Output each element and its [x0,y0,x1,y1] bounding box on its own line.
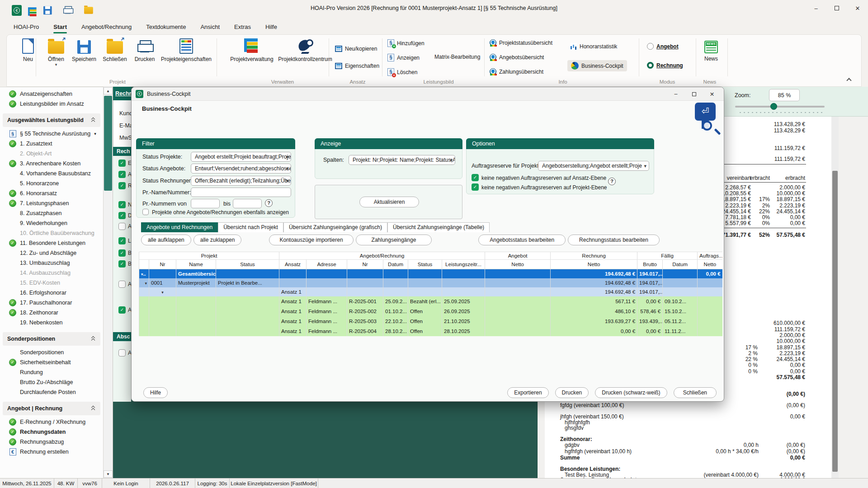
kontoauszuege-importieren-button[interactable]: Kontoauszüge importieren [269,235,353,245]
pr-name-input[interactable] [191,188,291,197]
help-icon[interactable]: ? [265,199,273,207]
projekte-ohne-checkbox[interactable] [142,209,149,215]
tab-textdokumente[interactable]: Textdokumente [141,21,191,34]
hilfe-button[interactable]: Hilfe [143,387,168,398]
table-row-projekt[interactable]: ▾ 0001Musterprojekt Projekt in Bearbe...… [139,278,722,287]
dialog-minimize-icon[interactable]: – [667,87,685,101]
help-icon[interactable]: ? [608,178,616,185]
dialog-close-icon[interactable]: ✕ [703,87,721,101]
checkbox-unchecked-icon[interactable] [118,281,126,288]
sidebar-item[interactable]: 8. Zusatzphasen [0,208,103,218]
neu-kopieren-button[interactable]: Neu/kopieren [335,46,377,52]
tab-angebot-rechnung[interactable]: Angebot/Rechnung [76,21,137,34]
tab-zahlungseingaenge-tabelle[interactable]: Übersicht Zahlungseingänge (Tabelle) [387,222,490,232]
tab-hoai-pro[interactable]: HOAI-Pro [8,21,44,34]
sidebar-item[interactable]: Durchlaufende Posten [0,387,103,397]
eigenschaften-button[interactable]: Eigenschaften [335,63,379,69]
sidebar-item[interactable]: 4. Vorhandene Bausubstanz [0,169,103,178]
sidebar-item[interactable]: ✓3. Anrechenbare Kosten [0,159,103,169]
dialog-maximize-icon[interactable] [685,87,703,101]
sidebar-item[interactable]: 14. Ausbauzuschlag [0,268,103,278]
sidebar-item[interactable]: ✓Sicherheitseinbehalt [0,357,103,367]
status-angebote-dropdown[interactable]: Entwurf;Versendet;ruhend;abgeschlosser [191,164,291,174]
checkbox-checked-icon[interactable]: ✓ [118,171,126,178]
honorarstatistik-button[interactable]: Honorarstatistik [570,43,617,50]
drucken-button[interactable]: Drucken [555,387,589,398]
sidebar-item[interactable]: 2. Objekt-Art [0,149,103,159]
zoom-value[interactable]: 85 % [769,89,800,101]
collapse-ribbon-icon[interactable] [847,77,851,82]
scroll-down-icon[interactable]: ▼ [104,470,113,478]
project-properties-button[interactable]: Projekteigenschaften [158,38,215,76]
exportieren-button[interactable]: Exportieren [507,387,548,398]
collapse-row-icon[interactable]: ▾‥ [141,272,146,277]
sidebar-item[interactable]: 19. Nebenkosten [0,318,103,328]
sidebar-item[interactable]: ✓6. Honorarsatz [0,188,103,198]
checkbox-checked-icon[interactable]: ✓ [118,182,126,189]
status-rechnungen-dropdown[interactable]: Offen;Bezahlt (erledigt);Teilzahlung;Übe… [191,176,291,186]
background-tab-rechnungsdaten[interactable]: Rechnun [113,87,131,100]
zoom-slider-thumb[interactable] [770,103,777,110]
sidebar-item[interactable]: ✓1. Zusatztext [0,139,103,149]
checkbox-unchecked-icon[interactable] [118,349,126,357]
sidebar-item[interactable]: €Rechnung erstellen [0,447,103,457]
scrollbar-thumb[interactable] [104,96,112,191]
projektstatusuebersicht-button[interactable]: Projektstatusübersicht [490,39,552,46]
tab-uebersicht-projekt[interactable]: Übersicht nach Projekt [218,222,283,232]
tab-angebote-rechnungen[interactable]: Angebote und Rechnungen [141,222,218,232]
checkbox-checked-icon[interactable]: ✓ [118,260,126,267]
table-row-rechnung[interactable]: Ansatz 1Feldmann ... R-2025-00201.10.2..… [139,306,722,316]
tab-zahlungseingaenge-grafisch[interactable]: Übersicht Zahlungseingänge (grafisch) [283,222,387,232]
sidebar-section-angebot-rechnung[interactable]: Angebot | Rechnung [3,402,100,415]
alle-zuklappen-button[interactable]: alle zuklappen [193,235,242,245]
news-button[interactable]: News [698,38,725,76]
hinzufuegen-button[interactable]: §+ Hinzufügen [387,39,425,47]
sidebar-section-sonderpositionen[interactable]: Sonderpositionen [3,332,100,346]
table-row-ansatz[interactable]: ▾ Ansatz 1 194.692,48 € 194.017,... [139,287,722,296]
close-button[interactable]: ✕ [847,0,868,16]
sidebar-item[interactable]: 16. Erfolgshonorar [0,288,103,298]
matrix-bearbeitung-button[interactable]: Matrix-Bearbeitung [434,54,480,60]
business-cockpit-button[interactable]: Business-Cockpit [567,60,627,71]
sidebar-item[interactable]: Brutto Zu-/Abschläge [0,377,103,387]
anzeigen-button[interactable]: § Anzeigen [387,54,420,61]
sidebar-item[interactable]: 10. Örtliche Bauüberwachung [0,228,103,238]
sidebar-item[interactable]: ✓11. Besondere Leistungen [0,238,103,248]
table-row-rechnung[interactable]: Ansatz 1Feldmann ... R-2025-00125.09.2..… [139,296,722,306]
maximize-button[interactable] [826,0,847,16]
modus-angebot-radio[interactable]: Angebot [647,43,679,50]
schliessen-button[interactable]: Schließen [674,387,717,398]
sidebar-item[interactable]: 13. Umbauzuschlag [0,258,103,268]
status-projekte-dropdown[interactable]: Angebot erstellt;Projekt beauftragt;Proj… [191,152,291,162]
table-row-rechnung[interactable]: Ansatz 1Feldmann ... R-2025-00322.10.2..… [139,316,722,326]
angebotsstatus-bearbeiten-button[interactable]: Angebotsstatus bearbeiten [478,235,566,245]
projektkontrollzentrum-button[interactable]: Projektkontrollzentrum [274,38,337,76]
checkbox-checked-icon[interactable]: ✓ [118,249,126,257]
dialog-titlebar[interactable]: € Business-Cockpit – ✕ [132,87,724,101]
sidebar-item[interactable]: 15. EDV-Kosten [0,278,103,288]
minimize-button[interactable]: – [806,0,826,16]
sidebar-item[interactable]: ✓18. Zeithonorar [0,308,103,318]
sidebar-item[interactable]: ✓Leistungsbilder im Ansatz [0,99,103,109]
collapse-row-icon[interactable]: ▾ [161,290,164,295]
rechnungsstatus-bearbeiten-button[interactable]: Rechnungsstatus bearbeiten [568,235,660,245]
ansatz-ebene-checkbox[interactable]: ✓ [472,174,479,181]
tab-ansicht[interactable]: Ansicht [195,21,225,34]
sidebar-item[interactable]: Rundung [0,367,103,377]
projekt-ebene-checkbox[interactable]: ✓ [472,183,479,191]
sidebar-item[interactable]: ✓E-Rechnung / XRechnung [0,417,103,427]
aktualisieren-button[interactable]: Aktualisieren [359,197,419,207]
zoom-slider[interactable] [735,106,825,108]
angebotsuebersicht-button[interactable]: Angebotsübersicht [490,54,544,61]
checkbox-checked-icon[interactable]: ✓ [118,212,126,219]
tab-start[interactable]: Start [48,21,72,34]
zahlungseingaenge-button[interactable]: Zahlungseingänge [356,235,432,245]
spalten-dropdown[interactable]: Projekt: Nr;Projekt: Name;Projekt: Statu… [349,155,455,165]
sidebar-item[interactable]: 5. Honorarzone [0,178,103,188]
sidebar-item[interactable]: ✓17. Pauschalhonorar [0,298,103,308]
collapse-row-icon[interactable]: ▾ [145,281,147,286]
pr-nummern-von-input[interactable] [191,199,220,208]
checkbox-checked-icon[interactable]: ✓ [118,201,126,208]
loeschen-button[interactable]: §× Löschen [387,68,417,76]
modus-rechnung-radio[interactable]: Rechnung [647,62,683,69]
